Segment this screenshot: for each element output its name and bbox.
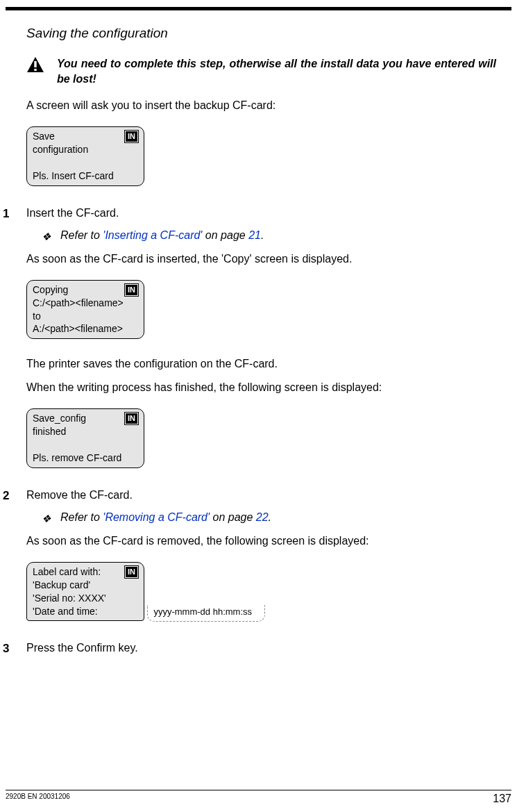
step-number: 1	[3, 207, 26, 221]
refer-link[interactable]: 'Removing a CF-card'	[103, 511, 210, 523]
in-badge: IN	[125, 131, 138, 142]
screen-line: finished	[33, 426, 66, 437]
step-1: 1 Insert the CF-card.	[3, 207, 496, 221]
screen-line	[33, 157, 35, 168]
step-text: Press the Confirm key.	[26, 642, 496, 654]
screen-line: Pls. remove CF-card	[33, 452, 121, 463]
in-badge: IN	[125, 413, 138, 424]
screen-label-card: IN Label card with: 'Backup card' 'Seria…	[26, 556, 496, 631]
refer-prefix: Refer to	[60, 511, 103, 523]
screen-line: 'Date and time:	[33, 606, 98, 617]
screen-line: Save	[33, 131, 55, 142]
refer-middle: on page	[202, 229, 248, 241]
refer-page[interactable]: 22	[256, 511, 269, 523]
refer-suffix: .	[261, 229, 264, 241]
bullet-icon: ❖	[42, 229, 51, 244]
step-number: 2	[3, 489, 26, 503]
step-3: 3 Press the Confirm key.	[3, 642, 496, 656]
when-finished-text: When the writing process has finished, t…	[26, 379, 496, 396]
in-badge: IN	[125, 566, 138, 578]
step-text: Remove the CF-card.	[26, 489, 496, 502]
refer-suffix: .	[269, 511, 271, 523]
step-2: 2 Remove the CF-card.	[3, 489, 496, 503]
screen-line: configuration	[33, 144, 88, 155]
screen-line: to	[33, 310, 41, 322]
page-footer: 2920B EN 20031206 137	[6, 790, 511, 805]
screen-line: C:/<path><filename>	[33, 297, 124, 308]
page-content: Saving the configuration You need to com…	[0, 10, 517, 656]
screen-line: 'Backup card'	[33, 579, 90, 590]
footer-page-number: 137	[493, 793, 511, 805]
refer-prefix: Refer to	[60, 229, 103, 241]
footer-doc-id: 2920B EN 20031206	[6, 793, 70, 805]
intro-text: A screen will ask you to insert the back…	[26, 97, 496, 114]
refer-link[interactable]: 'Inserting a CF-card'	[103, 229, 202, 241]
screen-copying: IN Copying C:/<path><filename> to A:/<pa…	[26, 274, 496, 349]
screen-line: A:/<path><filename>	[33, 323, 123, 334]
refer-removing: ❖ Refer to 'Removing a CF-card' on page …	[42, 511, 496, 526]
screen-finished: IN Save_config finished Pls. remove CF-c…	[26, 403, 496, 478]
after-insert-text: As soon as the CF-card is inserted, the …	[26, 251, 496, 267]
refer-page[interactable]: 21	[248, 229, 261, 241]
step-text: Insert the CF-card.	[26, 207, 496, 219]
in-badge: IN	[125, 284, 138, 296]
after-remove-text: As soon as the CF-card is removed, the f…	[26, 533, 496, 549]
svg-rect-1	[34, 61, 36, 67]
screen-line: Copying	[33, 284, 68, 295]
screen-save-config: IN Save configuration Pls. Insert CF-car…	[26, 121, 496, 196]
refer-middle: on page	[210, 511, 256, 523]
warning-text: You need to complete this step, otherwis…	[57, 56, 496, 86]
bullet-icon: ❖	[42, 511, 51, 526]
warning-block: You need to complete this step, otherwis…	[26, 56, 496, 86]
screen-line: Save_config	[33, 413, 86, 424]
printer-saves-text: The printer saves the configuration on t…	[26, 356, 496, 372]
screen-line: Label card with:	[33, 566, 101, 577]
step-number: 3	[3, 642, 26, 656]
warning-icon	[26, 56, 44, 76]
screen-line: Pls. Insert CF-card	[33, 170, 114, 181]
screen-line: 'Serial no: XXXX'	[33, 593, 106, 604]
section-title: Saving the configuration	[26, 26, 496, 41]
screen-line	[33, 439, 35, 450]
svg-rect-2	[34, 69, 36, 71]
screen-ext-line: yyyy-mmm-dd hh:mm:ss	[147, 605, 265, 622]
refer-inserting: ❖ Refer to 'Inserting a CF-card' on page…	[42, 229, 496, 244]
